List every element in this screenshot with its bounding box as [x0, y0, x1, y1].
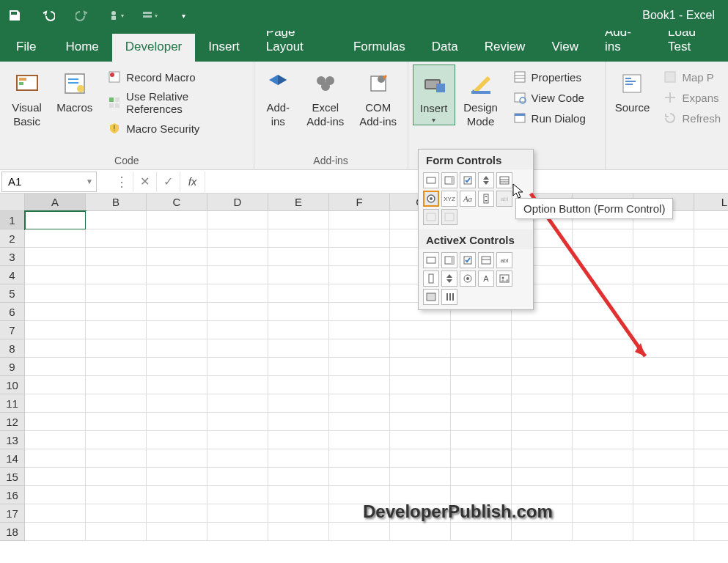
- cell[interactable]: [512, 339, 573, 358]
- cell[interactable]: [573, 376, 633, 394]
- cell[interactable]: [268, 376, 329, 394]
- cell[interactable]: [633, 486, 694, 504]
- cell[interactable]: [207, 394, 268, 413]
- cell[interactable]: [147, 303, 207, 321]
- cell[interactable]: [633, 449, 694, 468]
- cell[interactable]: [694, 266, 728, 284]
- ax-scroll-bar-icon[interactable]: [423, 271, 439, 287]
- cell[interactable]: [147, 358, 207, 376]
- cell[interactable]: [86, 284, 147, 303]
- tab-home[interactable]: Home: [52, 34, 111, 62]
- cell[interactable]: [390, 431, 451, 449]
- cell[interactable]: [329, 339, 390, 358]
- cell[interactable]: [451, 468, 512, 486]
- cell[interactable]: [633, 229, 694, 248]
- row-header[interactable]: 16: [0, 486, 25, 504]
- macro-security-button[interactable]: !Macro Security: [104, 119, 249, 138]
- cell[interactable]: [147, 523, 207, 541]
- cell[interactable]: [451, 394, 512, 413]
- row-header[interactable]: 2: [0, 229, 25, 248]
- cell[interactable]: [147, 211, 207, 229]
- cell[interactable]: [207, 266, 268, 284]
- ax-command-button-icon[interactable]: [423, 252, 439, 268]
- addins-button[interactable]: Add- ins: [259, 65, 298, 129]
- save-icon[interactable]: [6, 7, 23, 24]
- ax-list-box-icon[interactable]: [478, 252, 494, 268]
- cell[interactable]: [147, 486, 207, 504]
- cell[interactable]: [268, 229, 329, 248]
- cell[interactable]: [329, 284, 390, 303]
- cell[interactable]: [694, 339, 728, 358]
- chevron-down-icon[interactable]: ▼: [86, 177, 93, 185]
- cell[interactable]: [512, 431, 573, 449]
- cell[interactable]: [207, 449, 268, 468]
- cell[interactable]: [25, 523, 86, 541]
- cell[interactable]: [147, 376, 207, 394]
- cell[interactable]: [268, 468, 329, 486]
- tab-data[interactable]: Data: [419, 34, 471, 62]
- group-box-control-icon[interactable]: XYZ: [441, 191, 457, 207]
- cell[interactable]: [86, 413, 147, 431]
- col-header[interactable]: A: [25, 194, 86, 211]
- cell[interactable]: [573, 394, 633, 413]
- cell[interactable]: [329, 358, 390, 376]
- insert-controls-button[interactable]: Insert ▾: [413, 65, 455, 125]
- cell[interactable]: [694, 468, 728, 486]
- cell[interactable]: [207, 504, 268, 523]
- enter-icon[interactable]: ✓: [157, 172, 180, 192]
- undo-icon[interactable]: [40, 7, 57, 24]
- col-header[interactable]: C: [147, 194, 207, 211]
- cell[interactable]: [268, 248, 329, 266]
- cell[interactable]: [268, 211, 329, 229]
- cell[interactable]: [207, 486, 268, 504]
- touch-mode-icon[interactable]: ▾: [107, 7, 125, 24]
- cell[interactable]: [25, 431, 86, 449]
- cell[interactable]: [25, 284, 86, 303]
- tab-formulas[interactable]: Formulas: [340, 34, 419, 62]
- cell[interactable]: [268, 413, 329, 431]
- cell[interactable]: [86, 339, 147, 358]
- cell[interactable]: [390, 523, 451, 541]
- cell[interactable]: [633, 284, 694, 303]
- cell[interactable]: [694, 431, 728, 449]
- cell[interactable]: [147, 266, 207, 284]
- com-addins-button[interactable]: COM Add-ins: [353, 65, 403, 129]
- cell[interactable]: [329, 523, 390, 541]
- cell[interactable]: [147, 468, 207, 486]
- ax-image-icon[interactable]: [496, 271, 512, 287]
- cell[interactable]: [86, 321, 147, 339]
- cell[interactable]: [390, 339, 451, 358]
- cell[interactable]: [86, 303, 147, 321]
- source-button[interactable]: Source: [610, 65, 654, 115]
- cell[interactable]: [268, 284, 329, 303]
- cell[interactable]: [573, 449, 633, 468]
- cell[interactable]: [25, 413, 86, 431]
- cell[interactable]: [207, 303, 268, 321]
- cell[interactable]: [147, 284, 207, 303]
- cell[interactable]: [268, 431, 329, 449]
- cell[interactable]: [390, 449, 451, 468]
- cell[interactable]: [207, 284, 268, 303]
- cell[interactable]: [25, 266, 86, 284]
- view-code-button[interactable]: View Code: [510, 88, 589, 107]
- cell[interactable]: [390, 394, 451, 413]
- cell[interactable]: [25, 394, 86, 413]
- cell[interactable]: [25, 321, 86, 339]
- check-box-control-icon[interactable]: [460, 172, 476, 188]
- cell[interactable]: [694, 229, 728, 248]
- cell[interactable]: [573, 486, 633, 504]
- cell[interactable]: [329, 248, 390, 266]
- cell[interactable]: [390, 358, 451, 376]
- row-header[interactable]: 10: [0, 376, 25, 394]
- cell[interactable]: [633, 266, 694, 284]
- cell[interactable]: [573, 303, 633, 321]
- cell[interactable]: [573, 523, 633, 541]
- list-box-control-icon[interactable]: [496, 172, 512, 188]
- cell[interactable]: [390, 376, 451, 394]
- cell[interactable]: [147, 413, 207, 431]
- ax-check-box-icon[interactable]: [460, 252, 476, 268]
- cell[interactable]: [86, 248, 147, 266]
- tab-developer[interactable]: Developer: [112, 34, 196, 62]
- design-mode-button[interactable]: Design Mode: [458, 65, 504, 129]
- cell[interactable]: [329, 211, 390, 229]
